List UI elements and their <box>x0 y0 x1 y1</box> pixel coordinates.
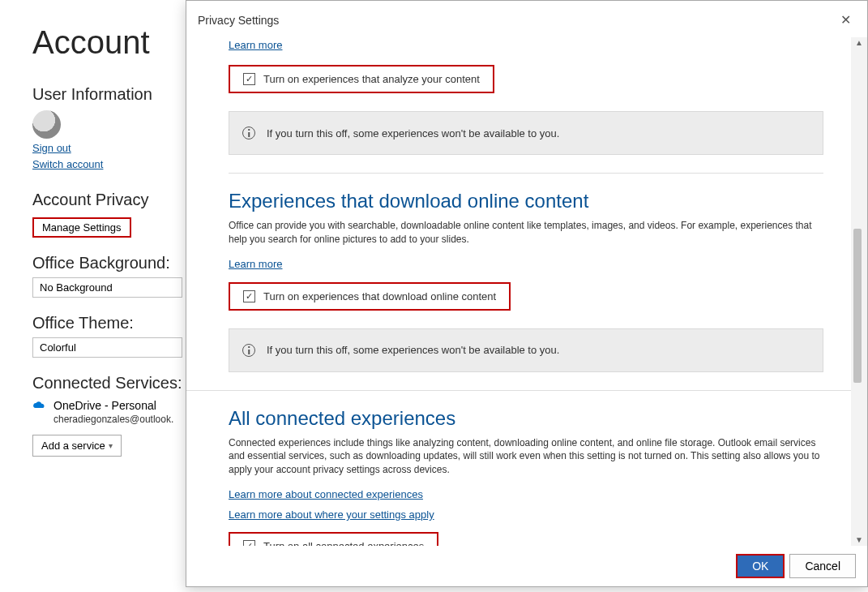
info-icon <box>242 127 255 139</box>
analyze-info-box: If you turn this off, some experiences w… <box>229 111 823 155</box>
download-experiences-heading: Experiences that download online content <box>229 190 823 212</box>
divider <box>229 173 823 174</box>
avatar <box>32 110 61 139</box>
checkbox-icon: ✓ <box>243 290 255 302</box>
office-theme-value: Colorful <box>40 341 76 354</box>
checkbox-icon: ✓ <box>243 540 255 546</box>
all-learn-more-stack: Learn more about connected experiences L… <box>229 488 823 521</box>
scrollbar-thumb[interactable] <box>853 229 862 383</box>
scroll-content: Learn more ✓ Turn on experiences that an… <box>186 37 851 546</box>
download-experiences-description: Office can provide you with searchable, … <box>229 219 823 247</box>
privacy-settings-dialog: Privacy Settings ✕ Learn more ✓ Turn on … <box>186 0 868 587</box>
scroll-up-icon[interactable]: ▲ <box>851 37 867 49</box>
dialog-titlebar: Privacy Settings ✕ <box>186 1 867 37</box>
dialog-footer: OK Cancel <box>186 546 867 586</box>
divider <box>186 390 851 391</box>
download-info-box: If you turn this off, some experiences w… <box>229 328 823 372</box>
dialog-title: Privacy Settings <box>198 14 279 27</box>
office-background-value: No Background <box>40 281 113 294</box>
connected-experiences-learn-more-link[interactable]: Learn more about connected experiences <box>229 488 823 500</box>
analyze-info-text: If you turn this off, some experiences w… <box>267 127 559 139</box>
analyze-content-checkbox-row[interactable]: ✓ Turn on experiences that analyze your … <box>229 65 494 93</box>
download-info-text: If you turn this off, some experiences w… <box>267 344 559 356</box>
add-service-button[interactable]: Add a service ▾ <box>32 435 122 457</box>
all-connected-description: Connected experiences include things lik… <box>229 436 823 477</box>
download-learn-more-link[interactable]: Learn more <box>229 258 282 270</box>
office-background-dropdown[interactable]: No Background <box>32 277 182 298</box>
download-content-checkbox-row[interactable]: ✓ Turn on experiences that download onli… <box>229 282 511 311</box>
close-icon[interactable]: ✕ <box>836 11 856 29</box>
checkbox-icon: ✓ <box>243 73 255 85</box>
sign-out-link[interactable]: Sign out <box>32 142 71 154</box>
settings-apply-learn-more-link[interactable]: Learn more about where your settings app… <box>229 508 823 521</box>
cancel-button[interactable]: Cancel <box>789 554 856 578</box>
add-service-label: Add a service <box>41 440 105 452</box>
user-name-redacted <box>71 113 168 137</box>
office-theme-dropdown[interactable]: Colorful <box>32 337 182 358</box>
analyze-content-label: Turn on experiences that analyze your co… <box>263 73 480 85</box>
scrollbar[interactable]: ▲ ▼ <box>851 37 867 546</box>
scroll-down-icon[interactable]: ▼ <box>851 534 867 546</box>
download-content-label: Turn on experiences that download online… <box>263 290 496 302</box>
info-icon <box>242 344 255 357</box>
dialog-body: Learn more ✓ Turn on experiences that an… <box>186 37 867 546</box>
switch-account-link[interactable]: Switch account <box>32 158 103 170</box>
all-connected-heading: All connected experiences <box>229 407 823 430</box>
chevron-down-icon: ▾ <box>109 441 113 450</box>
ok-button[interactable]: OK <box>736 554 785 578</box>
all-connected-checkbox-row[interactable]: ✓ Turn on all connected experiences <box>229 532 438 546</box>
all-connected-label: Turn on all connected experiences <box>263 540 424 546</box>
manage-settings-button[interactable]: Manage Settings <box>32 217 131 238</box>
learn-more-link[interactable]: Learn more <box>229 39 282 51</box>
onedrive-label: OneDrive - Personal <box>53 399 156 412</box>
onedrive-icon <box>32 401 47 410</box>
